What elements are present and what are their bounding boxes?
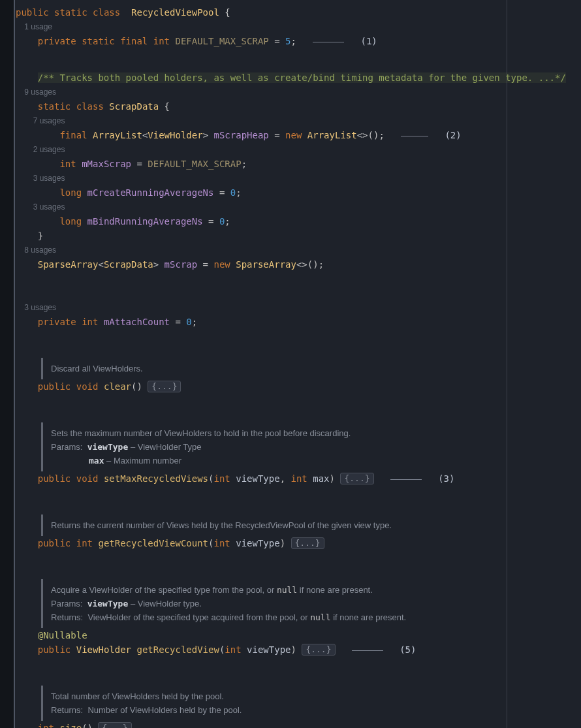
rendered-doc-size: Total number of ViewHolders held by the …	[41, 686, 581, 721]
inline-rule-icon	[313, 42, 344, 42]
usage-hint[interactable]: 2 usages	[16, 142, 581, 157]
rendered-doc-getrecycledview: Acquire a ViewHolder of the specified ty…	[41, 579, 581, 628]
usage-hint[interactable]: 3 usages	[16, 300, 581, 315]
fold-icon[interactable]: {...}	[98, 722, 131, 728]
inline-rule-icon	[352, 650, 383, 651]
method-setmaxrecycledviews[interactable]: public void setMaxRecycledViews(int view…	[16, 471, 581, 486]
field-mcreateavg[interactable]: long mCreateRunningAverageNs = 0;	[16, 185, 581, 200]
fold-icon[interactable]: {...}	[340, 473, 373, 484]
method-getrecycledviewcount[interactable]: public int getRecycledViewCount(int view…	[16, 536, 581, 550]
field-default-max-scrap[interactable]: private static final int DEFAULT_MAX_SCR…	[16, 34, 581, 48]
usage-hint[interactable]: 7 usages	[16, 114, 581, 128]
javadoc-scrapdata[interactable]: /** Tracks both pooled holders, as well …	[16, 71, 581, 85]
usage-hint[interactable]: 1 usage	[16, 20, 581, 34]
method-size[interactable]: int size() {...}	[16, 721, 581, 728]
code-editor[interactable]: public static class RecycledViewPool { 1…	[16, 0, 581, 728]
rendered-doc-clear: Discard all ViewHolders.	[41, 358, 581, 379]
method-clear[interactable]: public void clear() {...}	[16, 379, 581, 394]
fold-icon[interactable]: {...}	[291, 537, 324, 549]
usage-hint[interactable]: 9 usages	[16, 85, 581, 99]
field-mscrap[interactable]: SparseArray<ScrapData> mScrap = new Spar…	[16, 257, 581, 272]
annotation-nullable[interactable]: @Nullable	[16, 628, 581, 642]
brace-close-scrapdata[interactable]: }	[16, 229, 581, 243]
field-mattachcount[interactable]: private int mAttachCount = 0;	[16, 315, 581, 329]
gutter-rail	[0, 0, 14, 728]
method-getrecycledview[interactable]: public ViewHolder getRecycledView(int vi…	[16, 642, 581, 657]
gutter-border	[14, 0, 15, 728]
rendered-doc-getcount: Returns the current number of Views held…	[41, 514, 581, 536]
fold-icon[interactable]: {...}	[148, 381, 181, 392]
usage-hint[interactable]: 8 usages	[16, 243, 581, 257]
usage-hint[interactable]: 3 usages	[16, 171, 581, 185]
field-mscrapheap[interactable]: final ArrayList<ViewHolder> mScrapHeap =…	[16, 128, 581, 142]
usage-hint[interactable]: 3 usages	[16, 200, 581, 214]
inline-rule-icon	[401, 136, 428, 136]
field-mbindavg[interactable]: long mBindRunningAverageNs = 0;	[16, 214, 581, 229]
field-mmaxscrap[interactable]: int mMaxScrap = DEFAULT_MAX_SCRAP;	[16, 157, 581, 171]
rendered-doc-setmax: Sets the maximum number of ViewHolders t…	[41, 422, 581, 471]
class-decl[interactable]: public static class RecycledViewPool {	[16, 5, 581, 20]
inline-rule-icon	[390, 479, 422, 480]
fold-icon[interactable]: {...}	[302, 644, 335, 656]
class-scrapdata[interactable]: static class ScrapData {	[16, 99, 581, 114]
